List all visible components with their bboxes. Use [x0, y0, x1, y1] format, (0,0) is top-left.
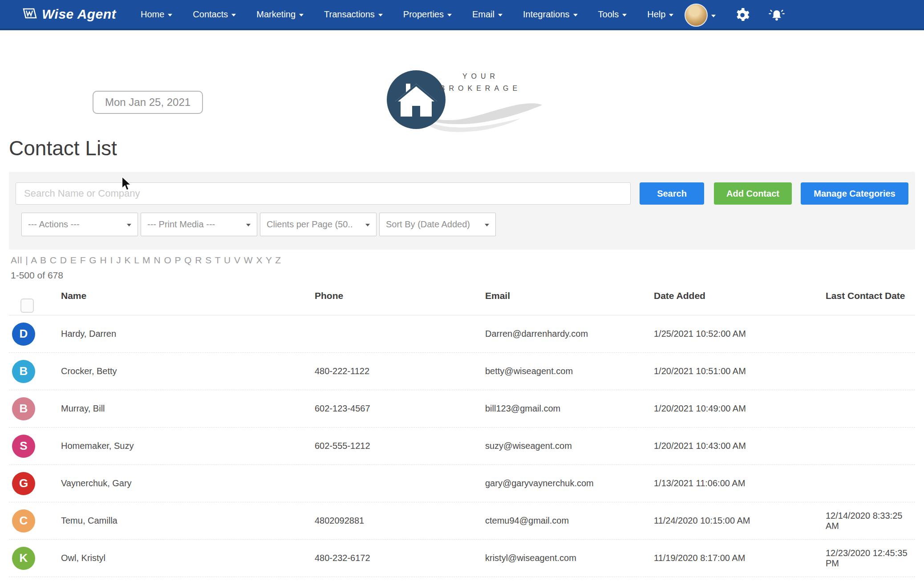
result-count: 1-500 of 678	[11, 270, 915, 281]
contact-phone: 480-232-6172	[309, 553, 478, 563]
contact-date-added: 1/13/2021 11:06:00 AM	[648, 478, 819, 488]
main-menu: Home Contacts Marketing Transactions Pro…	[141, 9, 673, 20]
column-header-phone[interactable]: Phone	[309, 287, 478, 301]
chevron-down-icon	[622, 14, 627, 16]
chevron-down-icon	[127, 224, 131, 226]
contact-date-added: 11/24/2020 10:15:00 AM	[648, 516, 819, 526]
contact-name[interactable]: Vaynerchuk, Gary	[51, 478, 309, 488]
contact-phone: 4802092881	[309, 516, 478, 526]
nav-item-properties[interactable]: Properties	[403, 9, 452, 20]
contact-name[interactable]: Murray, Bill	[51, 403, 309, 414]
nav-item-marketing[interactable]: Marketing	[256, 9, 304, 20]
contact-name[interactable]: Homemaker, Suzy	[51, 441, 309, 451]
add-contact-button[interactable]: Add Contact	[714, 182, 792, 205]
contact-email[interactable]: kristyl@wiseagent.com	[478, 553, 648, 563]
print-media-dropdown[interactable]: --- Print Media ---	[141, 213, 257, 236]
table-header-row: Name Phone Email Date Added Last Contact…	[9, 287, 915, 315]
nav-item-tools[interactable]: Tools	[598, 9, 627, 20]
table-row[interactable]: A Dwyre, Andy 4808360345 andy@wiseagent.…	[9, 577, 915, 581]
contact-date-added: 1/20/2021 10:43:00 AM	[648, 441, 819, 451]
user-menu[interactable]	[685, 4, 716, 27]
contact-date-added: 1/20/2021 10:51:00 AM	[648, 366, 819, 376]
sort-by-dropdown[interactable]: Sort By (Date Added)	[379, 213, 496, 236]
chevron-down-icon	[168, 14, 172, 16]
column-header-name[interactable]: Name	[51, 287, 309, 301]
contact-avatar[interactable]: B	[12, 360, 35, 383]
contact-name[interactable]: Owl, Kristyl	[51, 553, 309, 563]
manage-categories-button[interactable]: Manage Categories	[801, 182, 908, 205]
brokerage-name: YOUR BROKERAGE	[438, 70, 523, 94]
nav-item-home[interactable]: Home	[141, 9, 172, 20]
contact-date-added: 1/20/2021 10:49:00 AM	[648, 403, 819, 414]
settings-gear-icon[interactable]	[734, 8, 750, 23]
contact-email[interactable]: gary@garyvaynerchuk.com	[478, 478, 648, 488]
contact-date-added: 11/19/2020 8:17:00 AM	[648, 553, 819, 563]
contact-name[interactable]: Crocker, Betty	[51, 366, 309, 376]
contact-last-contact: 12/23/2020 12:45:35 PM	[819, 548, 915, 569]
contact-email[interactable]: betty@wiseagent.com	[478, 366, 648, 376]
contact-date-added: 1/25/2021 10:52:00 AM	[648, 329, 819, 339]
clients-per-page-dropdown[interactable]: Clients per Page (50..	[260, 213, 377, 236]
actions-dropdown[interactable]: --- Actions ---	[21, 213, 138, 236]
contact-email[interactable]: Darren@darrenhardy.com	[478, 329, 648, 339]
select-all-checkbox[interactable]	[20, 299, 34, 313]
brand-name: Wise Agent	[42, 7, 116, 22]
chevron-down-icon	[246, 224, 251, 226]
chevron-down-icon	[299, 14, 304, 16]
contact-email[interactable]: bill123@gmail.com	[478, 403, 648, 414]
wise-agent-brand[interactable]: Wise Agent	[22, 7, 116, 22]
navbar-right-cluster	[685, 0, 785, 30]
contact-table-body: D Hardy, Darren Darren@darrenhardy.com 1…	[9, 315, 915, 581]
nav-item-contacts[interactable]: Contacts	[193, 9, 236, 20]
contact-avatar[interactable]: G	[12, 472, 35, 495]
nav-item-email[interactable]: Email	[472, 9, 503, 20]
contact-email[interactable]: ctemu94@gmail.com	[478, 516, 648, 526]
chevron-down-icon	[231, 14, 236, 16]
search-button[interactable]: Search	[640, 182, 704, 205]
chevron-down-icon	[498, 14, 503, 16]
chevron-down-icon	[711, 15, 716, 17]
column-header-email[interactable]: Email	[478, 287, 648, 301]
contact-avatar[interactable]: C	[12, 509, 35, 533]
table-row[interactable]: G Vaynerchuk, Gary gary@garyvaynerchuk.c…	[9, 465, 915, 502]
contact-avatar[interactable]: K	[12, 547, 35, 570]
contact-name[interactable]: Hardy, Darren	[51, 329, 309, 339]
top-navbar: Wise Agent Home Contacts Marketing Trans…	[0, 0, 924, 30]
chevron-down-icon	[573, 14, 578, 16]
chevron-down-icon	[365, 224, 370, 226]
contact-toolbar-panel: Search Add Contact Manage Categories ---…	[9, 172, 915, 250]
contact-avatar[interactable]: D	[12, 323, 35, 346]
column-header-date-added[interactable]: Date Added	[648, 287, 819, 301]
wise-agent-logo-icon	[22, 7, 37, 22]
table-row[interactable]: S Homemaker, Suzy 602-555-1212 suzy@wise…	[9, 428, 915, 465]
chevron-down-icon	[669, 14, 673, 16]
nav-item-transactions[interactable]: Transactions	[324, 9, 383, 20]
contact-avatar[interactable]: S	[12, 435, 35, 458]
table-row[interactable]: K Owl, Kristyl 480-232-6172 kristyl@wise…	[9, 540, 915, 577]
search-input[interactable]	[16, 182, 631, 205]
contact-phone: 602-555-1212	[309, 441, 478, 451]
table-row[interactable]: C Temu, Camilla 4802092881 ctemu94@gmail…	[9, 502, 915, 540]
user-avatar[interactable]	[685, 4, 708, 27]
page-header-region: Mon Jan 25, 2021 YOUR BROKERAGE Contact …	[0, 30, 924, 172]
nav-item-help[interactable]: Help	[647, 9, 673, 20]
page-title: Contact List	[9, 136, 117, 160]
date-badge: Mon Jan 25, 2021	[93, 91, 203, 114]
column-header-last-contact[interactable]: Last Contact Date	[819, 287, 915, 301]
contact-email[interactable]: suzy@wiseagent.com	[478, 441, 648, 451]
contact-last-contact: 12/14/2020 8:33:25 AM	[819, 511, 915, 531]
notifications-bell-icon[interactable]	[768, 8, 785, 23]
table-row[interactable]: D Hardy, Darren Darren@darrenhardy.com 1…	[9, 315, 915, 353]
contact-name[interactable]: Temu, Camilla	[51, 516, 309, 526]
contact-phone: 480-222-1122	[309, 366, 478, 376]
contact-phone: 602-123-4567	[309, 403, 478, 414]
chevron-down-icon	[447, 14, 452, 16]
table-row[interactable]: B Crocker, Betty 480-222-1122 betty@wise…	[9, 353, 915, 390]
nav-item-integrations[interactable]: Integrations	[523, 9, 578, 20]
alphabet-filter[interactable]: All | A B C D E F G H I J K L M N O P Q …	[11, 255, 915, 266]
chevron-down-icon	[485, 224, 489, 226]
table-row[interactable]: B Murray, Bill 602-123-4567 bill123@gmai…	[9, 390, 915, 428]
contact-avatar[interactable]: B	[12, 397, 35, 420]
chevron-down-icon	[378, 14, 383, 16]
